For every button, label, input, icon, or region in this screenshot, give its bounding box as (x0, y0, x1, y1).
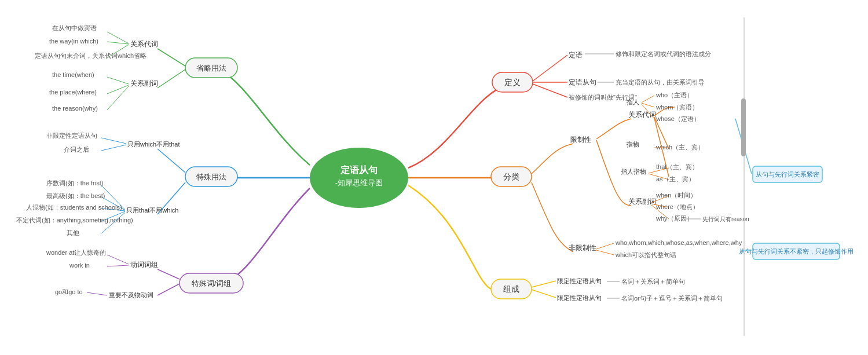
label-def1: 定语 (569, 51, 583, 59)
svg-line-18 (596, 250, 614, 255)
label-sp-jiezhi: 介词之后 (64, 146, 89, 153)
label-sp-that-only: 只用that不用which (126, 207, 178, 214)
svg-line-44 (107, 265, 129, 266)
svg-line-42 (158, 269, 180, 279)
svg-line-0 (533, 55, 567, 81)
svg-line-23 (532, 290, 556, 298)
label-who: who（主语） (655, 92, 693, 98)
svg-line-17 (596, 243, 614, 249)
label-special: 特殊用法 (196, 173, 226, 181)
center-label1: 定语从句 (340, 164, 378, 175)
label-comp1-desc: 名词＋关系词＋简单句 (621, 278, 685, 285)
label-composition: 组成 (503, 284, 519, 294)
label-whom: whom（宾语） (655, 104, 698, 111)
label-that: that（主、宾） (656, 163, 698, 170)
label-as: as（主、宾） (656, 175, 695, 182)
label-wonder: wonder at让人惊奇的 (46, 249, 106, 256)
svg-line-32 (107, 86, 129, 110)
svg-line-5 (642, 96, 654, 103)
svg-line-4 (533, 84, 567, 97)
label-omit-relpr: 关系代词 (130, 40, 158, 48)
label-omit-reason: the reason(why) (52, 105, 98, 112)
svg-line-29 (158, 69, 185, 88)
mind-map: 定语从句 -知犀思维导图 定义 定语 修饰和限定名词或代词的语法成分 定语从句 … (0, 0, 868, 355)
svg-line-46 (87, 292, 107, 295)
label-comp2-desc: 名词or句子＋逗号＋关系词＋简单句 (621, 295, 723, 302)
label-nonrestr-note: 从句与先行词关系不紧密，只起修饰作用 (739, 248, 854, 255)
label-special-words: 特殊词/词组 (192, 279, 232, 288)
svg-line-43 (107, 255, 129, 264)
scrollbar-thumb[interactable] (741, 98, 746, 156)
label-sp-zui: 最高级(如：the best) (46, 192, 105, 199)
svg-line-34 (101, 138, 126, 144)
label-zhirenzhiwu: 指人指物 (620, 168, 646, 175)
svg-line-45 (158, 284, 180, 295)
label-omit-theway: the way(in which) (49, 38, 98, 45)
label-important-verb: 重要不及物动词 (109, 291, 153, 298)
label-zhiren: 指人 (626, 98, 639, 105)
label-comp2: 限定性定语从句 (557, 294, 602, 301)
label-when: when（时间） (655, 192, 697, 199)
label-restr-note: 从句与先行词关系紧密 (756, 171, 819, 178)
label-sp-which-only: 只用which不用that (127, 141, 180, 148)
label-relpr: 关系代词 (628, 111, 656, 119)
label-zhiwu: 指物 (626, 141, 639, 148)
label-which: which（主、宾） (655, 144, 704, 151)
svg-line-26 (107, 32, 129, 43)
label-where: where（地点） (655, 203, 699, 210)
label-dongci-group: 动词词组 (130, 261, 158, 269)
label-classification: 分类 (503, 172, 519, 181)
center-node (310, 148, 408, 208)
label-whose: whose（定语） (655, 115, 700, 122)
label-sp-qita: 其他 (67, 229, 79, 236)
svg-line-25 (158, 49, 185, 66)
svg-line-21 (532, 281, 556, 287)
label-omit-cong: 在从句中做宾语 (52, 24, 97, 31)
svg-line-30 (107, 77, 129, 84)
label-definition: 定义 (504, 78, 521, 87)
label-restrictive: 限制性 (570, 136, 591, 144)
label-why: why（原因） (655, 215, 693, 222)
svg-line-33 (158, 149, 185, 173)
label-gogo: go和go to (55, 288, 83, 295)
center-label2: -知犀思维导图 (335, 178, 383, 187)
svg-line-27 (107, 42, 129, 44)
label-omit-which: 定语从句句末介词，关系代词which省略 (35, 52, 147, 59)
label-omit-place: the place(where) (49, 89, 97, 96)
label-sp-buding: 不定代词(如：anything,someting,nothing) (16, 217, 133, 224)
label-workin: work in (69, 262, 90, 269)
label-omit: 省略用法 (196, 64, 226, 72)
label-def2: 定语从句 (569, 78, 596, 86)
label-sp-renhe: 人混物(如：students and schools) (26, 204, 122, 211)
label-omit-time: the time(when) (52, 71, 94, 78)
label-nonrestr: 非限制性 (569, 244, 596, 252)
svg-line-35 (101, 145, 126, 151)
label-nonrestr-words: who,whom,which,whose,as,when,where,why (615, 239, 742, 246)
label-def2-desc: 充当定语的从句，由关系词引导 (616, 79, 705, 86)
label-why-note: 先行词只有reason (702, 216, 749, 222)
label-comp1: 限定性定语从句 (557, 277, 602, 284)
label-reladv: 关系副词 (628, 197, 656, 206)
label-nonrestr-which: which可以指代整句话 (615, 251, 676, 258)
label-sp-xu: 序数词(如：the frist) (46, 180, 103, 186)
label-omit-reladv: 关系副词 (130, 79, 158, 87)
label-def1-desc: 修饰和限定名词或代词的语法成分 (616, 50, 711, 57)
label-sp-feif: 非限定性定语从句 (46, 132, 97, 139)
